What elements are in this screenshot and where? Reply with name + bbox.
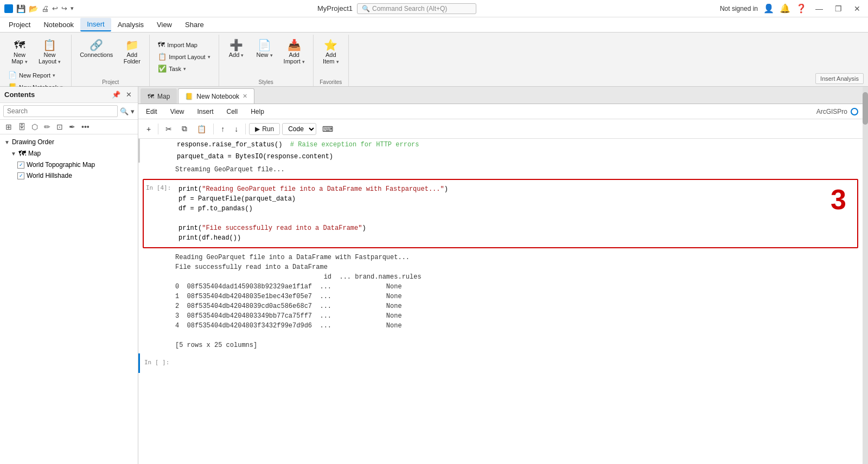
minimize-btn[interactable]: — <box>812 3 826 14</box>
layers-group: ✓ World Topographic Map ✓ World Hillshad… <box>9 159 136 181</box>
add-folder-button[interactable]: 📁 AddFolder <box>119 37 145 67</box>
insert-analysis-btn[interactable]: Insert Analysis <box>815 73 864 84</box>
sidebar-pin-btn[interactable]: 📌 <box>110 90 122 99</box>
app-icon <box>4 4 13 13</box>
nb-help[interactable]: Help <box>247 107 267 117</box>
menu-bar: Project Notebook Insert Analysis View Sh… <box>0 17 868 33</box>
add-button[interactable]: ➕ Add ▾ <box>224 37 250 61</box>
notebook-tab[interactable]: 📒 New Notebook ✕ <box>178 88 254 104</box>
menu-view[interactable]: View <box>150 18 178 31</box>
truncated-cell: response.raise_for_status() # Raise exce… <box>138 139 863 151</box>
menu-project[interactable]: Project <box>2 18 37 31</box>
notebook-tab-icon: 📒 <box>185 93 193 100</box>
move-down-btn[interactable]: ↓ <box>231 123 242 136</box>
nb-cell[interactable]: Cell <box>224 107 241 117</box>
layer-tool-5[interactable]: ⊡ <box>54 121 65 132</box>
world-hillshade-checkbox[interactable]: ✓ <box>17 172 24 179</box>
cut-cell-btn[interactable]: ✂ <box>162 123 176 136</box>
empty-cell-input[interactable] <box>177 357 858 370</box>
quick-save[interactable]: 💾 <box>16 4 25 13</box>
menu-insert[interactable]: Insert <box>80 18 111 31</box>
new-layout-button[interactable]: 📋 NewLayout ▾ <box>35 37 65 67</box>
drawing-order-label[interactable]: ▼ Drawing Order <box>2 137 136 147</box>
quick-open[interactable]: 📂 <box>29 4 38 13</box>
connections-button[interactable]: 🔗 Connections <box>76 37 117 61</box>
import-layout-button[interactable]: 📋 Import Layout ▾ <box>154 51 214 62</box>
layer-tool-4[interactable]: ✏ <box>42 121 53 132</box>
notification-icon[interactable]: 🔔 <box>780 3 790 14</box>
map-tab-icon: 🗺 <box>148 93 154 100</box>
notebook-tab-close[interactable]: ✕ <box>242 93 247 100</box>
title-bar: 💾 📂 🖨 ↩ ↪ ▾ MyProject1 🔍 Command Search … <box>0 0 868 17</box>
run-button[interactable]: ▶ Run <box>249 123 280 135</box>
add-item-button[interactable]: ⭐ AddItem ▾ <box>318 37 344 67</box>
add-icon: ➕ <box>229 40 243 50</box>
user-icon[interactable]: 👤 <box>763 3 774 14</box>
world-topo-checkbox[interactable]: ✓ <box>17 162 24 169</box>
menu-share[interactable]: Share <box>178 18 210 31</box>
task-icon: ✅ <box>158 65 167 73</box>
tab-bar: 🗺 Map 📒 New Notebook ✕ <box>138 87 863 104</box>
import-map-button[interactable]: 🗺 Import Map <box>154 39 214 50</box>
sidebar-toolbar: ⊞ 🗄 ⬡ ✏ ⊡ ✒ ••• <box>0 120 138 134</box>
sidebar-title: Contents <box>4 91 35 99</box>
maximize-btn[interactable]: ❐ <box>832 3 845 14</box>
sidebar-close-btn[interactable]: ✕ <box>124 90 133 99</box>
menu-notebook[interactable]: Notebook <box>37 18 80 31</box>
nb-view[interactable]: View <box>167 107 188 117</box>
layer-tool-2[interactable]: 🗄 <box>16 121 28 132</box>
add-item-icon: ⭐ <box>324 40 337 50</box>
world-hillshade-layer[interactable]: ✓ World Hillshade <box>15 170 136 181</box>
undo-btn[interactable]: ↩ <box>52 4 58 12</box>
scrollbar[interactable] <box>863 87 868 464</box>
layer-tool-more[interactable]: ••• <box>79 121 92 132</box>
layer-tool-1[interactable]: ⊞ <box>3 121 14 132</box>
help-icon[interactable]: ❓ <box>796 3 807 14</box>
notebook-toolbar: + ✂ ⧉ 📋 ↑ ↓ ▶ Run Code ⌨ <box>138 119 863 139</box>
world-topo-layer[interactable]: ✓ World Topographic Map <box>15 159 136 170</box>
title-bar-center: MyProject1 🔍 Command Search (Alt+Q) <box>317 3 476 14</box>
notebook-menu: Edit View Insert Cell Help ArcGISPro <box>138 104 863 119</box>
nb-insert[interactable]: Insert <box>194 107 216 117</box>
connections-icon: 🔗 <box>90 40 103 50</box>
search-input[interactable] <box>3 105 118 117</box>
new-report-button[interactable]: 📄 New Report ▾ <box>4 69 67 81</box>
layer-tool-6[interactable]: ✒ <box>67 121 78 132</box>
map-tab[interactable]: 🗺 Map <box>141 88 177 104</box>
redo-btn[interactable]: ↪ <box>61 4 67 12</box>
add-cell-btn[interactable]: + <box>143 123 155 136</box>
world-topo-label: World Topographic Map <box>27 161 95 169</box>
not-signed-in[interactable]: Not signed in <box>720 5 758 12</box>
search-icon: 🔍 <box>362 5 370 12</box>
paste-cell-btn[interactable]: 📋 <box>193 123 210 136</box>
cell-type-select[interactable]: Code <box>282 123 316 135</box>
copy-cell-btn[interactable]: ⧉ <box>178 122 191 136</box>
task-button[interactable]: ✅ Task ▾ <box>154 63 214 74</box>
map-label: Map <box>28 150 41 157</box>
menu-analysis[interactable]: Analysis <box>111 18 150 31</box>
command-search[interactable]: 🔍 Command Search (Alt+Q) <box>357 3 476 14</box>
layer-tool-3[interactable]: ⬡ <box>29 121 40 132</box>
search-dropdown-btn[interactable]: ▾ <box>131 107 135 115</box>
scroll-thumb[interactable] <box>863 92 868 125</box>
map-layer-label[interactable]: ▼ 🗺 Map <box>9 147 136 159</box>
title-bar-left: 💾 📂 🖨 ↩ ↪ ▾ <box>4 4 74 13</box>
move-up-btn[interactable]: ↑ <box>217 123 228 136</box>
run-icon: ▶ <box>255 125 260 133</box>
close-btn[interactable]: ✕ <box>851 3 864 14</box>
import-icon: 📥 <box>288 40 301 50</box>
import-map-icon: 🗺 <box>158 41 165 49</box>
quick-print[interactable]: 🖨 <box>41 4 49 13</box>
add-import-button[interactable]: 📥 AddImport ▾ <box>280 37 309 67</box>
nb-edit[interactable]: Edit <box>143 107 161 117</box>
new-map-button[interactable]: 🗺 NewMap ▾ <box>7 37 33 67</box>
title-bar-right: Not signed in 👤 🔔 ❓ — ❐ ✕ <box>720 3 864 14</box>
cell-in4: In [4]: print("Reading GeoParquet file i… <box>143 179 858 248</box>
search-button[interactable]: 🔍 <box>120 107 129 115</box>
new-style-button[interactable]: 📄 New ▾ <box>252 37 278 61</box>
project-name: MyProject1 <box>317 4 353 12</box>
customize-btn[interactable]: ▾ <box>71 5 74 12</box>
ribbon-group-import: 🗺 Import Map 📋 Import Layout ▾ ✅ Task ▾ <box>150 35 219 86</box>
keyboard-btn[interactable]: ⌨ <box>318 123 337 136</box>
run-label: Run <box>262 125 274 133</box>
